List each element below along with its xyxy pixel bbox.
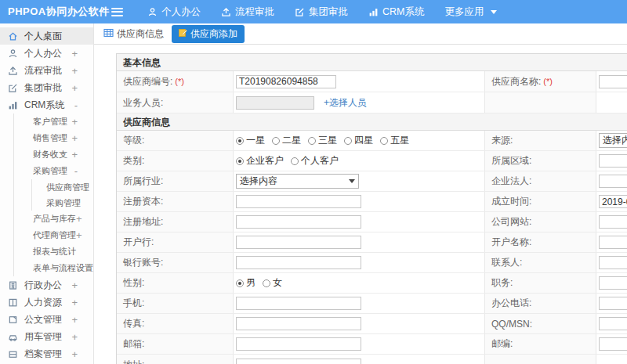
position-input[interactable] (599, 276, 627, 290)
expand-icon[interactable]: + (71, 149, 87, 160)
sidebar-item-purchase-mgmt[interactable]: 采购管理 - (14, 163, 93, 179)
supplier-name-input[interactable] (599, 75, 627, 88)
form-row-capital: 注册资本: 成立时间: (117, 192, 627, 212)
sidebar-item-document-mgmt[interactable]: 公文管理 + (0, 311, 93, 328)
nav-item-group-approval[interactable]: 集团审批 (285, 0, 358, 23)
expand-icon[interactable]: + (76, 213, 92, 225)
contact-input[interactable] (599, 256, 627, 269)
radio-category-enterprise[interactable]: 企业客户 (236, 154, 284, 168)
sidebar-item-workflow-approval[interactable]: 流程审批 + (0, 62, 93, 79)
qq-msn-input[interactable] (599, 317, 627, 330)
purchase-submenu: 供应商管理 采购管理 (31, 179, 93, 211)
address-input[interactable] (236, 359, 361, 364)
radio-level-5star[interactable]: 五星 (380, 134, 409, 147)
document-icon (8, 315, 19, 325)
expand-icon[interactable]: + (71, 297, 87, 308)
collapse-icon[interactable]: - (74, 165, 87, 177)
home-icon (8, 31, 19, 41)
supplier-no-input[interactable] (236, 75, 336, 88)
zip-label: 邮编: (485, 334, 596, 354)
mobile-label: 手机: (117, 294, 234, 313)
chevron-down-icon (349, 179, 355, 183)
collapse-icon[interactable]: - (74, 99, 87, 111)
region-input[interactable] (599, 154, 627, 168)
expand-icon[interactable]: + (76, 229, 92, 241)
nav-item-personal-office[interactable]: 个人办公 (137, 0, 211, 23)
zip-cell (596, 334, 627, 354)
radio-gender-male[interactable]: 男 (236, 276, 256, 290)
radio-level-2star[interactable]: 二星 (272, 134, 301, 147)
position-cell (596, 273, 627, 293)
crm-submenu: 客户管理 + 销售管理 + 财务收支 + 采购管理 - 供应商管理 采购管理 产… (13, 114, 93, 276)
radio-category-personal[interactable]: 个人客户 (291, 154, 339, 168)
sidebar-item-personal-office[interactable]: 个人办公 + (0, 45, 93, 62)
expand-icon[interactable]: + (71, 132, 87, 144)
sidebar-item-form-workflow-settings[interactable]: 表单与流程设置 + (14, 260, 93, 276)
position-label: 职务: (485, 273, 596, 293)
website-input[interactable] (599, 215, 627, 229)
reg-address-input[interactable] (236, 215, 361, 229)
expand-icon[interactable]: + (71, 65, 87, 77)
hamburger-menu-icon[interactable] (111, 8, 123, 16)
sidebar-item-human-resources[interactable]: 人力资源 + (0, 294, 93, 311)
nav-item-crm-system[interactable]: CRM系统 (358, 0, 434, 23)
sidebar-item-customer-mgmt[interactable]: 客户管理 + (14, 114, 93, 130)
nav-item-workflow-approval[interactable]: 流程审批 (211, 0, 285, 23)
expand-icon[interactable]: + (71, 279, 87, 291)
expand-icon[interactable]: + (71, 82, 87, 94)
expand-icon[interactable]: + (71, 116, 87, 128)
fax-input[interactable] (236, 317, 361, 330)
expand-icon[interactable]: + (71, 331, 87, 343)
sidebar-item-supplier-mgmt[interactable]: 供应商管理 (32, 179, 93, 195)
sidebar-item-reports-stats[interactable]: 报表与统计 (14, 243, 93, 260)
expand-icon[interactable]: + (71, 348, 87, 360)
account-name-input[interactable] (599, 236, 627, 249)
sidebar-item-archive-mgmt[interactable]: 档案管理 + (0, 345, 93, 362)
region-label: 所属区域: (485, 151, 596, 171)
reg-address-label: 注册地址: (117, 212, 234, 232)
capital-input[interactable] (236, 195, 361, 208)
expand-icon[interactable]: + (71, 48, 87, 59)
sidebar-item-finance[interactable]: 财务收支 + (14, 146, 93, 163)
category-cell: 企业客户 个人客户 (234, 151, 485, 171)
sidebar-item-crm-system[interactable]: CRM系统 - (0, 96, 93, 114)
mobile-input[interactable] (236, 297, 361, 310)
bank-input[interactable] (236, 236, 361, 249)
form-row-mobile: 手机: 办公电话: (117, 294, 627, 314)
tab-supplier-add[interactable]: 供应商添加 (172, 25, 245, 43)
radio-level-1star[interactable]: 一星 (236, 134, 265, 147)
industry-select[interactable]: 选择内容 (236, 174, 359, 189)
sidebar-item-product-inventory[interactable]: 产品与库存 + (14, 211, 93, 227)
form-row-category: 类别: 企业客户 个人客户 所属区域: (117, 151, 627, 171)
sidebar-item-admin-office[interactable]: 行政办公 + (0, 276, 93, 294)
archive-icon (8, 349, 19, 359)
email-cell (234, 334, 485, 354)
select-staff-link[interactable]: +选择人员 (324, 96, 367, 110)
sidebar-item-vehicle-mgmt[interactable]: 用车管理 + (0, 328, 93, 345)
zip-input[interactable] (599, 337, 627, 351)
sidebar-item-personal-desktop[interactable]: 个人桌面 (0, 27, 93, 45)
legal-person-input[interactable] (599, 175, 627, 188)
form-row-gender: 性别: 男 女 职务: (117, 273, 627, 294)
tab-supplier-info[interactable]: 供应商信息 (103, 27, 164, 41)
level-label: 等级: (117, 131, 234, 150)
founded-date-input[interactable] (599, 195, 627, 208)
radio-gender-female[interactable]: 女 (263, 276, 282, 290)
nav-item-more-apps[interactable]: 更多应用 (434, 0, 507, 23)
source-select[interactable]: 选择内容 (599, 133, 627, 148)
expand-icon[interactable]: + (71, 314, 87, 326)
email-input[interactable] (236, 337, 361, 351)
sidebar-item-purchasing[interactable]: 采购管理 (32, 195, 93, 211)
sidebar-item-group-approval[interactable]: 集团审批 + (0, 79, 93, 96)
bank-account-input[interactable] (236, 256, 361, 269)
form-row-industry: 所属行业: 选择内容 企业法人: (117, 171, 627, 192)
radio-level-3star[interactable]: 三星 (308, 134, 337, 147)
table-icon (103, 28, 114, 40)
staff-input[interactable] (236, 96, 314, 110)
user-icon (147, 7, 158, 17)
radio-level-4star[interactable]: 四星 (344, 134, 373, 147)
office-phone-input[interactable] (599, 297, 627, 310)
sidebar-item-agent-mgmt[interactable]: 代理商管理 + (14, 227, 93, 243)
address-cell (234, 355, 485, 364)
sidebar-item-sales-mgmt[interactable]: 销售管理 + (14, 130, 93, 146)
